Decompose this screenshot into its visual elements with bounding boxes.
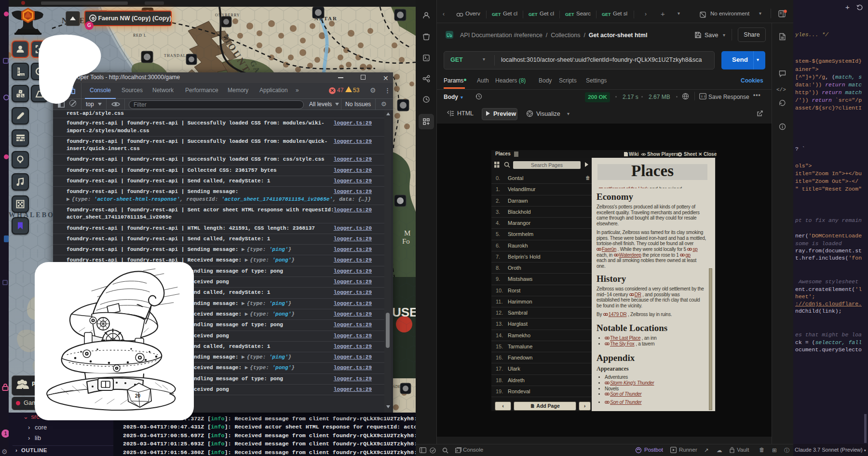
svg-text:⇓⇓: ⇓⇓: [701, 95, 706, 98]
svg-text:20: 20: [135, 393, 141, 399]
